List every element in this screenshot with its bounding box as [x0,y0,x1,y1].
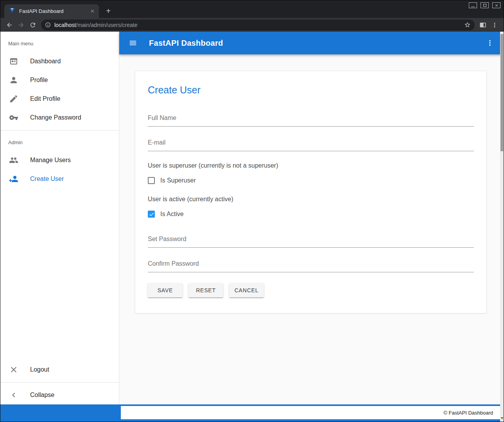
arrow-right-icon [18,21,25,29]
sidebar-item-create-user[interactable]: Create User [0,170,119,188]
person-icon [9,75,18,85]
main-area: FastAPI Dashboard Create User [119,32,504,404]
sidebar-item-label: Change Password [30,114,81,121]
sidebar: Main menu Dashboard Profile [0,32,119,404]
side-panel-icon [479,21,486,29]
person-add-icon [9,174,18,184]
reset-button[interactable]: RESET [188,283,223,297]
active-checkbox-label: Is Active [160,211,184,218]
sidebar-item-collapse[interactable]: Collapse [0,386,119,404]
active-checkbox[interactable] [148,211,155,218]
sidebar-item-label: Profile [30,77,48,84]
arrow-left-icon [6,21,13,29]
sidebar-item-manage-users[interactable]: Manage Users [0,151,119,170]
pencil-icon [9,94,18,104]
hamburger-menu-icon [129,39,137,47]
refresh-icon [29,21,36,29]
superuser-checkbox-row: Is Superuser [148,177,474,184]
vuetify-logo-icon [9,7,15,15]
window-controls [469,2,500,8]
confirm-password-input[interactable] [148,259,474,272]
bookmark-star-icon[interactable] [464,21,471,28]
window-maximize-button[interactable] [481,2,489,8]
window-minimize-button[interactable] [469,2,477,8]
maximize-icon [483,4,486,7]
sidebar-item-label: Collapse [30,392,54,399]
key-icon [9,113,18,122]
browser-titlebar: FastAPI Dashboard + [0,0,504,18]
tab-close-icon[interactable] [89,8,96,15]
dots-vertical-icon [486,39,494,47]
side-panel-button[interactable] [477,20,489,30]
new-tab-button[interactable]: + [103,5,114,16]
save-button[interactable]: SAVE [148,283,183,297]
superuser-checkbox[interactable] [148,177,155,184]
sidebar-item-label: Dashboard [30,58,61,65]
reload-button[interactable] [27,20,39,30]
page-body: Main menu Dashboard Profile [0,32,504,404]
create-user-card: Create User User is superuser (currently… [135,71,487,313]
email-field-wrap [148,138,474,151]
tab-title: FastAPI Dashboard [19,8,89,14]
sidebar-item-label: Edit Profile [30,95,60,102]
close-icon [9,365,18,374]
full-name-input[interactable] [148,113,474,127]
url-path: /main/admin/users/create [76,22,137,28]
browser-tab[interactable]: FastAPI Dashboard [4,4,99,18]
hamburger-menu-button[interactable] [127,38,139,48]
full-name-field-wrap [148,113,474,127]
sidebar-divider [0,382,119,383]
forward-button[interactable] [15,20,27,30]
page-title: Create User [148,84,474,96]
form-buttons: SAVE RESET CANCEL [148,283,474,297]
browser-toolbar: localhost/main/admin/users/create [0,18,504,32]
back-button[interactable] [4,20,15,30]
sidebar-divider [0,130,119,131]
set-password-field-wrap [148,234,474,248]
sidebar-section-main-menu: Main menu [0,35,119,52]
people-icon [9,156,18,165]
minimize-icon [471,7,475,7]
email-input[interactable] [148,138,474,151]
scrollbar-down-arrow[interactable] [500,417,504,420]
sidebar-item-change-password[interactable]: Change Password [0,108,119,127]
sidebar-item-label: Create User [30,175,64,182]
appbar-title: FastAPI Dashboard [149,39,223,48]
browser-menu-button[interactable] [489,20,500,30]
sidebar-bottom: Logout Collapse [0,360,119,404]
sidebar-item-dashboard[interactable]: Dashboard [0,52,119,71]
active-checkbox-row: Is Active [148,211,474,218]
superuser-checkbox-label: Is Superuser [160,177,196,184]
footer-bar: © FastAPI Dashboard [121,406,500,419]
url-text: localhost/main/admin/users/create [54,22,464,28]
check-icon [149,211,154,217]
appbar-menu-button[interactable] [484,38,496,48]
app-bar: FastAPI Dashboard [119,32,504,54]
copyright-text: © FastAPI Dashboard [443,410,493,416]
url-bar[interactable]: localhost/main/admin/users/create [41,20,475,30]
app-footer: © FastAPI Dashboard [0,404,504,422]
dashboard-icon [9,57,18,66]
superuser-hint: User is superuser (currently is not a su… [148,162,474,169]
sidebar-item-edit-profile[interactable]: Edit Profile [0,89,119,108]
cancel-button[interactable]: CANCEL [229,283,264,297]
browser-window: FastAPI Dashboard + localh [0,0,504,422]
sidebar-item-label: Logout [30,366,49,373]
dots-vertical-icon [491,21,498,29]
active-hint: User is active (currently active) [148,196,474,203]
confirm-password-field-wrap [148,259,474,272]
sidebar-item-label: Manage Users [30,157,71,164]
sidebar-item-profile[interactable]: Profile [0,71,119,89]
chevron-left-icon [9,390,18,400]
site-info-icon[interactable] [45,22,51,28]
window-close-button[interactable] [492,2,500,8]
sidebar-item-logout[interactable]: Logout [0,360,119,379]
close-icon [495,4,499,7]
arrow-down-icon [501,417,503,419]
content-area: Create User User is superuser (currently… [119,54,504,404]
page: Main menu Dashboard Profile [0,32,504,422]
page-scrollbar[interactable] [500,32,504,422]
set-password-input[interactable] [148,234,474,248]
url-host: localhost [54,22,76,28]
scrollbar-thumb[interactable] [500,34,503,151]
